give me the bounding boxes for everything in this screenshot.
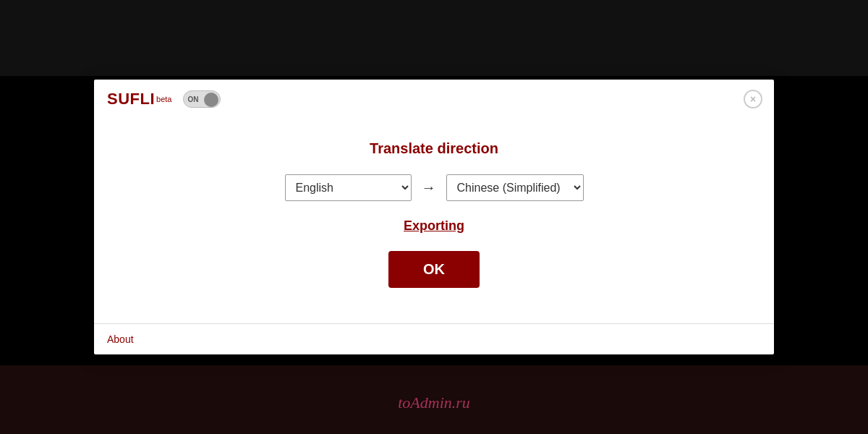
- dialog-header: SUFLI beta ON ×: [94, 80, 774, 119]
- toggle-label: ON: [187, 95, 198, 103]
- ok-button[interactable]: OK: [388, 251, 480, 288]
- about-link[interactable]: About: [107, 333, 134, 345]
- direction-arrow: →: [422, 179, 436, 196]
- power-toggle[interactable]: ON: [183, 90, 221, 108]
- dialog-footer: About: [94, 323, 774, 354]
- main-dialog: SUFLI beta ON × Translate direction Engl…: [94, 80, 774, 354]
- watermark-text: toAdmin.ru: [398, 393, 470, 412]
- exporting-status: Exporting: [404, 218, 464, 234]
- target-language-select[interactable]: Chinese (Simplified) Chinese (Traditiona…: [446, 174, 584, 201]
- brand-beta: beta: [156, 95, 171, 103]
- source-language-select[interactable]: English French German Spanish Japanese: [285, 174, 412, 201]
- toggle-knob: [204, 93, 218, 107]
- section-title: Translate direction: [370, 140, 498, 157]
- close-button[interactable]: ×: [744, 90, 762, 109]
- translate-direction-row: English French German Spanish Japanese →…: [285, 174, 584, 201]
- dialog-body: Translate direction English French Germa…: [94, 119, 774, 323]
- brand-name: SUFLI: [107, 90, 155, 109]
